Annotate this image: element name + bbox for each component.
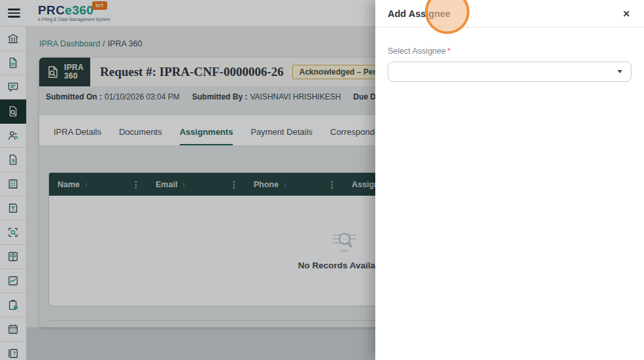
drawer-title: Add Assignee	[388, 9, 450, 19]
assignee-select[interactable]	[388, 62, 632, 82]
close-icon[interactable]: ✕	[622, 9, 630, 19]
chevron-down-icon	[617, 70, 622, 73]
field-label-text: Select Assignee	[388, 46, 446, 56]
required-marker: *	[447, 46, 450, 56]
drawer-body: Select Assignee*	[375, 27, 644, 82]
add-assignee-drawer: Add Assignee ✕ Select Assignee*	[375, 0, 644, 360]
assignee-field-label: Select Assignee*	[388, 46, 632, 56]
drawer-header: Add Assignee ✕	[375, 0, 644, 27]
